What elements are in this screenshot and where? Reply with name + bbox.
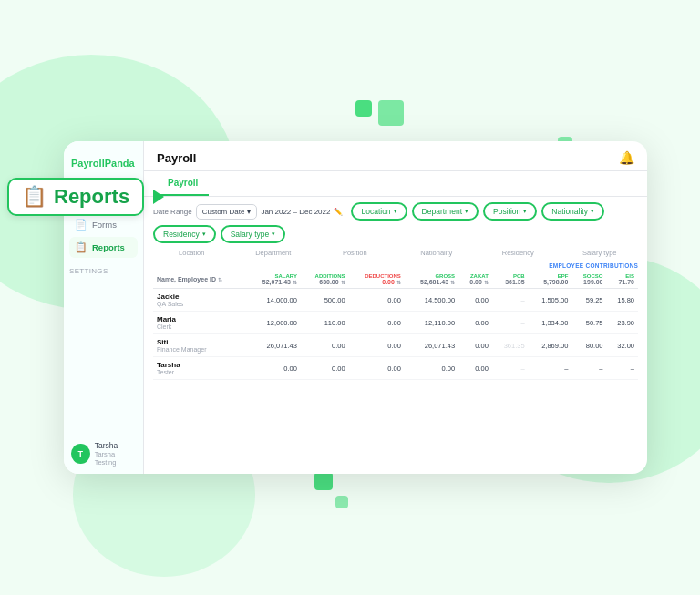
col-zakat-sort: ⇅ [484,280,489,285]
reports-callout-icon: 📋 [22,185,46,209]
col-salary-total: 52,071.43 [262,279,291,285]
logo-text1: Payroll [71,158,105,169]
cell-gross-1: 12,110.00 [405,312,458,334]
cell-name-0: Jackie QA Sales [153,289,247,312]
emp-role-2: Finance Manager [157,346,243,353]
cell-socso-1: 50.75 [571,312,606,334]
cell-salary-3: 0.00 [247,357,301,380]
table-row: Jackie QA Sales 14,000.00 500.00 0.00 14… [153,289,638,312]
col-zakat-total: 0.00 [469,279,482,285]
cell-additions-0: 500.00 [301,289,349,312]
col-name-label: Name, Employee ID [157,276,216,282]
filter-salary-type[interactable]: Salary type ▾ [221,225,286,243]
date-edit-icon[interactable]: ✏️ [334,208,343,216]
filter-residency-chevron: ▾ [202,231,206,238]
sidebar-item-forms-label: Forms [92,220,117,230]
cell-deductions-1: 0.00 [349,312,405,334]
filter-position-chevron: ▾ [523,208,527,215]
sidebar-logo: PayrollPanda [64,149,143,180]
cell-pcb-2: 361.35 [492,334,529,357]
filter-location-label: Location [361,207,390,216]
col-epf: EPF 5,798.00 [529,271,572,289]
emp-role-1: Clerk [157,323,243,330]
custom-date-select[interactable]: Custom Date ▾ [196,204,258,220]
sidebar-divider-settings: Settings [64,258,143,277]
filter-nationality[interactable]: Nationality ▾ [541,202,604,221]
top-bar: Payroll 🔔 [144,141,647,171]
cell-pcb-1: – [492,312,529,334]
logo-text2: Panda [105,158,135,169]
sub-filter-department: Department [235,249,313,257]
filter-location-chevron: ▾ [394,208,397,215]
cell-additions-1: 110.00 [301,312,349,334]
sidebar-avatar: T [71,444,90,464]
deco-square-2 [378,100,404,126]
filter-position[interactable]: Position ▾ [483,202,537,221]
col-deductions-sort: ⇅ [396,280,401,285]
sidebar-item-forms[interactable]: 📄 Forms [69,214,138,235]
reports-icon: 📋 [75,241,88,253]
sidebar-user-info: Tarsha Tarsha Testing [95,441,136,467]
sidebar-item-reports-label: Reports [92,242,125,252]
filter-position-label: Position [493,207,520,216]
sub-filter-salary-type: Salary type [561,249,639,257]
filter-row: Date Range Custom Date ▾ Jan 2022 – Dec … [144,197,647,249]
filter-department-label: Department [422,207,462,216]
reports-callout: 📋 Reports [7,178,164,216]
sub-filter-residency: Residency [479,249,557,257]
table-row: Maria Clerk 12,000.00 110.00 0.00 12,110… [153,312,638,334]
emp-contrib-header: EMPLOYEE CONTRIBUTIONS [153,261,638,271]
deco-square-4 [335,496,348,508]
cell-salary-2: 26,071.43 [247,334,301,357]
col-additions-total: 630.00 [319,279,338,285]
emp-role-3: Tester [157,369,243,375]
deco-square-1 [355,100,372,117]
filter-residency[interactable]: Residency ▾ [153,225,216,243]
col-eis: EIS 71.70 [607,271,638,289]
cell-epf-0: 1,505.00 [529,289,572,312]
col-pcb: PCB 361.35 [492,271,529,289]
emp-name-3: Tarsha [157,361,243,369]
tab-payroll[interactable]: Payroll [157,171,209,196]
cell-name-2: Siti Finance Manager [153,334,247,357]
table-row: Siti Finance Manager 26,071.43 0.00 0.00… [153,334,638,357]
bell-icon[interactable]: 🔔 [619,150,634,165]
cell-eis-2: 32.00 [607,334,638,357]
table-row: Tarsha Tester 0.00 0.00 0.00 0.00 0.00 –… [153,357,638,380]
filter-location[interactable]: Location ▾ [351,202,407,221]
cell-zakat-1: 0.00 [458,312,492,334]
cell-name-3: Tarsha Tester [153,357,247,380]
col-deductions-total: 0.00 [382,279,395,285]
cell-deductions-2: 0.00 [349,334,405,357]
cell-gross-0: 14,500.00 [405,289,458,312]
emp-name-0: Jackie [157,292,243,301]
sub-filter-row: Location Department Position Nationality… [144,249,647,261]
col-name: Name, Employee ID ⇅ [153,271,247,289]
filter-department[interactable]: Department ▾ [412,202,479,221]
sidebar-item-reports[interactable]: 📋 Reports [69,237,138,258]
col-additions: ADDITIONS 630.00 ⇅ [301,271,349,289]
cell-eis-0: 15.80 [607,289,638,312]
col-salary: SALARY 52,071.43 ⇅ [247,271,301,289]
col-additions-sort: ⇅ [341,280,345,285]
cell-zakat-3: 0.00 [458,357,492,380]
sub-filter-position: Position [316,249,394,257]
sidebar-user: T Tarsha Tarsha Testing [64,434,143,474]
date-range-value: Jan 2022 – Dec 2022 [261,208,330,216]
forms-icon: 📄 [75,219,88,231]
cell-zakat-2: 0.00 [458,334,492,357]
reports-callout-arrow [153,190,164,204]
main-content: Payroll 🔔 Payroll Date Range Custom Date… [144,141,647,474]
cell-gross-3: 0.00 [405,357,458,380]
sub-filter-nationality: Nationality [398,249,476,257]
tabs: Payroll [144,171,647,197]
payroll-table: Name, Employee ID ⇅ SALARY 52,071.43 ⇅ A… [153,271,638,380]
page-title: Payroll [157,151,196,165]
cell-salary-0: 14,000.00 [247,289,301,312]
cell-zakat-0: 0.00 [458,289,492,312]
table-body: Jackie QA Sales 14,000.00 500.00 0.00 14… [153,289,638,380]
col-salary-sort: ⇅ [293,280,297,285]
filter-residency-label: Residency [163,230,200,239]
cell-eis-1: 23.90 [607,312,638,334]
cell-deductions-0: 0.00 [349,289,405,312]
